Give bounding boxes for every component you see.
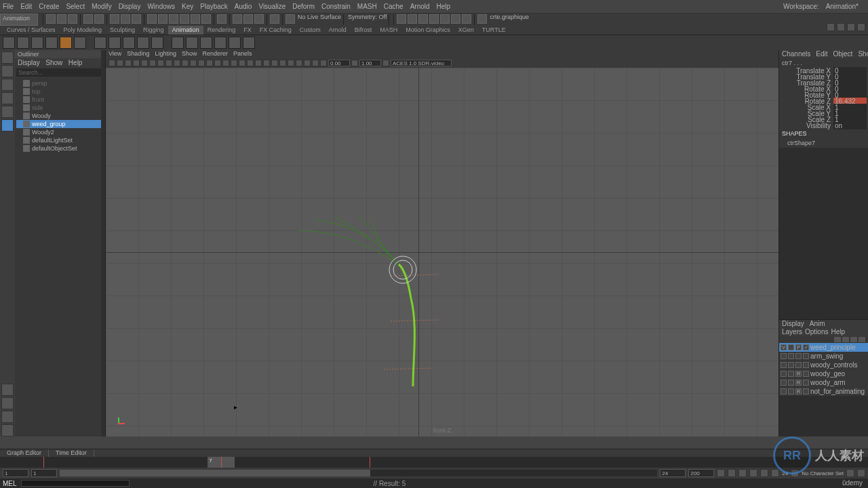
- undo-icon[interactable]: [83, 14, 93, 24]
- toggle-tool-settings-icon[interactable]: [837, 23, 845, 31]
- layer-tab[interactable]: Anim: [807, 320, 828, 328]
- layer-add-icon[interactable]: [834, 337, 841, 342]
- view-icon[interactable]: [133, 60, 140, 66]
- playback-ffwd-icon[interactable]: [771, 469, 779, 477]
- shelf-tab[interactable]: Custom: [296, 26, 325, 35]
- color-space-dropdown[interactable]: ACES 1.0 SDR-video (sRGB): [391, 60, 452, 66]
- cb-tab[interactable]: Object: [831, 50, 856, 58]
- paint-select-icon[interactable]: [132, 14, 141, 24]
- menu-item[interactable]: Constrain: [321, 3, 351, 10]
- outliner-menu-item[interactable]: Help: [68, 59, 83, 66]
- snap-grid-icon[interactable]: [147, 14, 157, 24]
- view-icon[interactable]: [231, 60, 237, 66]
- timeline-key-icon[interactable]: [370, 457, 370, 468]
- toggle-modeling-toolkit-icon[interactable]: [857, 23, 865, 31]
- layout-icon[interactable]: [440, 14, 450, 24]
- menu-item[interactable]: Help: [437, 3, 451, 10]
- outliner-menu-item[interactable]: Display: [18, 59, 40, 66]
- shelf-button[interactable]: [108, 37, 121, 49]
- viewport-canvas[interactable]: front-Z ▸: [106, 68, 778, 436]
- timeline-key-icon[interactable]: [43, 457, 44, 468]
- shelf-button[interactable]: [94, 37, 106, 49]
- view-icon[interactable]: [239, 60, 245, 66]
- layout-icon[interactable]: [429, 14, 439, 24]
- layer-menu-item[interactable]: Layers: [782, 328, 802, 336]
- view-menu-item[interactable]: Shading: [127, 50, 149, 58]
- snap-plane-icon[interactable]: [180, 14, 189, 24]
- time-slider[interactable]: 7: [0, 457, 868, 468]
- select-mode-icon[interactable]: [110, 14, 119, 24]
- snap-point-icon[interactable]: [169, 14, 178, 24]
- render-icon[interactable]: [233, 14, 242, 24]
- view-menu-item[interactable]: Panels: [233, 50, 252, 58]
- symmetry-label[interactable]: Symmetry: Off: [348, 14, 387, 26]
- channel-attribute-row[interactable]: Visibilityon: [779, 123, 868, 129]
- menu-item[interactable]: File: [3, 3, 14, 10]
- construction-history-icon[interactable]: [270, 14, 279, 24]
- shelf-button[interactable]: [229, 37, 241, 49]
- view-icon[interactable]: [351, 60, 358, 66]
- view-icon[interactable]: [279, 60, 286, 66]
- cb-tab[interactable]: Channels: [779, 50, 813, 58]
- view-icon[interactable]: [288, 60, 294, 66]
- last-tool-icon[interactable]: [1, 119, 14, 131]
- view-icon[interactable]: [117, 60, 123, 66]
- view-icon[interactable]: [296, 60, 302, 66]
- layout-icon[interactable]: [462, 14, 471, 24]
- redo-icon[interactable]: [94, 14, 104, 24]
- playback-step-back-icon[interactable]: [728, 469, 736, 477]
- view-icon[interactable]: [247, 60, 254, 66]
- shelf-button[interactable]: [137, 37, 149, 49]
- view-icon[interactable]: [206, 60, 213, 66]
- view-icon[interactable]: [320, 60, 327, 66]
- shelf-tab[interactable]: MASH: [376, 26, 401, 35]
- workspace-dropdown[interactable]: Animation*: [826, 3, 859, 10]
- save-scene-icon[interactable]: [68, 14, 77, 24]
- outliner-item[interactable]: Woody2: [16, 128, 104, 136]
- shelf-tab[interactable]: FX: [239, 26, 256, 35]
- scale-tool-icon[interactable]: [1, 106, 14, 118]
- lasso-icon[interactable]: [121, 14, 130, 24]
- shelf-button[interactable]: [151, 37, 163, 49]
- display-layer-row[interactable]: VP✓weed_principle: [779, 343, 868, 352]
- outliner-item[interactable]: weed_group: [16, 120, 104, 128]
- shelf-tab[interactable]: Rendering: [203, 26, 240, 35]
- outliner-search-input[interactable]: Search...: [16, 68, 104, 77]
- menu-item[interactable]: MASH: [357, 3, 377, 10]
- view-icon[interactable]: [157, 60, 164, 66]
- select-tool-icon[interactable]: [1, 52, 14, 64]
- layout-custom-icon[interactable]: [1, 411, 14, 423]
- playback-loop-icon[interactable]: [791, 469, 799, 477]
- view-icon[interactable]: [198, 60, 205, 66]
- outliner-scrollbar[interactable]: [101, 50, 105, 436]
- viewport-numeric-input[interactable]: [359, 60, 381, 66]
- range-max-input[interactable]: [660, 469, 686, 477]
- view-icon[interactable]: [255, 60, 262, 66]
- view-icon[interactable]: [214, 60, 221, 66]
- ipr-icon[interactable]: [243, 14, 253, 24]
- layout-single-icon[interactable]: [1, 384, 14, 396]
- layout-icon[interactable]: [397, 14, 406, 24]
- shelf-button[interactable]: [172, 37, 184, 49]
- layer-move-up-icon[interactable]: [842, 337, 849, 342]
- menu-item[interactable]: Cache: [384, 3, 403, 10]
- menu-item[interactable]: Arnold: [410, 3, 430, 10]
- view-icon[interactable]: [382, 60, 389, 66]
- shelf-button[interactable]: [74, 37, 86, 49]
- shelf-tab-active[interactable]: Animation: [168, 26, 203, 35]
- shelf-button[interactable]: [123, 37, 135, 49]
- display-layer-row[interactable]: Rnot_for_animating: [779, 387, 868, 396]
- view-menu-item[interactable]: View: [108, 50, 121, 58]
- shelf-tab[interactable]: Rigging: [139, 26, 168, 35]
- prefs-icon[interactable]: [857, 469, 865, 477]
- menu-item[interactable]: Visualize: [258, 3, 285, 10]
- shelf-button[interactable]: [60, 37, 72, 49]
- move-tool-icon[interactable]: [1, 79, 14, 91]
- range-min-input[interactable]: [31, 469, 57, 477]
- shelf-button[interactable]: [17, 37, 29, 49]
- new-scene-icon[interactable]: [46, 14, 56, 24]
- playback-start-input[interactable]: [3, 469, 28, 477]
- outliner-item[interactable]: front: [16, 96, 104, 104]
- view-icon[interactable]: [312, 60, 319, 66]
- shelf-button[interactable]: [3, 37, 15, 49]
